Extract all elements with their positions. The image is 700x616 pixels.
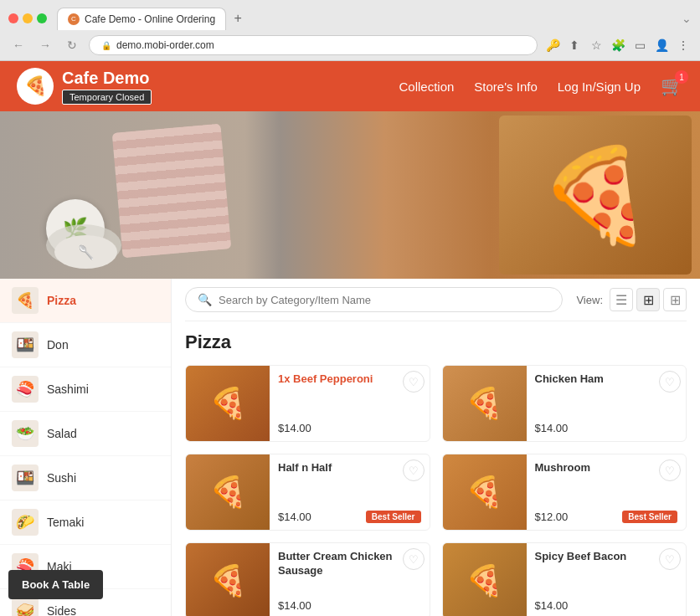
category-title: Pizza <box>185 331 687 353</box>
product-bottom-half-n-half: $14.00 Best Seller <box>278 511 421 523</box>
search-icon: 🔍 <box>198 293 212 306</box>
don-icon: 🍱 <box>12 331 39 358</box>
back-button[interactable]: ← <box>8 35 28 55</box>
product-card-half-n-half[interactable]: 🍕 Half n Half $14.00 Best Seller ♡ <box>185 454 430 531</box>
product-image-spicy-beef: 🍕 <box>443 543 527 616</box>
collection-nav-link[interactable]: Collection <box>399 80 454 94</box>
favorite-button-half-n-half[interactable]: ♡ <box>403 459 425 481</box>
close-window-button[interactable] <box>8 13 18 23</box>
product-name-spicy-beef: Spicy Beef Bacon <box>535 550 678 564</box>
product-bottom-chicken-ham: $14.00 <box>535 422 678 434</box>
sidebar-item-salad[interactable]: 🥗 Salad <box>0 412 171 456</box>
ssl-lock-icon: 🔒 <box>101 41 111 50</box>
list-view-button[interactable]: ☰ <box>610 288 633 311</box>
favorite-button-butter-cream[interactable]: ♡ <box>403 548 425 570</box>
product-name-chicken-ham: Chicken Ham <box>535 372 678 387</box>
cart-button[interactable]: 🛒 1 <box>661 75 683 97</box>
sidebar-label-temaki: Temaki <box>47 516 84 529</box>
product-grid: 🍕 1x Beef Pepperoni $14.00 ♡ 🍕 Chicken H… <box>185 365 687 616</box>
refresh-button[interactable]: ↻ <box>62 35 82 55</box>
hero-pizza-box: 🍕 <box>499 116 692 275</box>
favorite-button-spicy-beef[interactable]: ♡ <box>659 548 681 570</box>
menu-icon[interactable]: ⋮ <box>675 37 692 54</box>
product-name-mushroom: Mushroom <box>535 461 678 475</box>
new-tab-button[interactable]: + <box>226 7 250 30</box>
product-card-butter-cream[interactable]: 🍕 Butter Cream Chicken Sausage $14.00 ♡ <box>185 542 430 616</box>
sidebar-item-pizza[interactable]: 🍕 Pizza <box>0 279 171 323</box>
store-name: Cafe Demo <box>62 69 152 88</box>
product-card-mushroom[interactable]: 🍕 Mushroom $12.00 Best Seller ♡ <box>442 454 687 531</box>
active-tab[interactable]: C Cafe Demo - Online Ordering <box>57 8 226 30</box>
sashimi-icon: 🍣 <box>12 376 39 403</box>
hero-cloth <box>112 124 232 259</box>
sidebar-item-temaki[interactable]: 🌮 Temaki <box>0 501 171 545</box>
favorite-button-mushroom[interactable]: ♡ <box>659 459 681 481</box>
share-icon[interactable]: ⬆ <box>566 37 583 54</box>
key-icon: 🔑 <box>544 37 561 54</box>
search-bar-row: 🔍 View: ☰ ⊞ ⊞ <box>185 279 687 321</box>
product-price-beef-pepperoni: $14.00 <box>278 422 311 434</box>
logo-area: 🍕 Cafe Demo Temporary Closed <box>17 68 152 105</box>
product-bottom-spicy-beef: $14.00 <box>535 599 678 612</box>
tab-title: Cafe Demo - Online Ordering <box>85 13 215 25</box>
url-text: demo.mobi-order.com <box>116 39 214 51</box>
hero-banner: 🌿 🥄 🍕 <box>0 111 700 279</box>
grid-view-button[interactable]: ⊞ <box>636 288 660 311</box>
large-grid-view-button[interactable]: ⊞ <box>663 288 687 311</box>
favorite-button-beef-pepperoni[interactable]: ♡ <box>403 371 425 393</box>
sushi-icon: 🍱 <box>12 465 39 491</box>
product-price-half-n-half: $14.00 <box>278 511 311 523</box>
product-image-butter-cream: 🍕 <box>186 543 270 616</box>
stores-info-nav-link[interactable]: Store's Info <box>474 80 537 94</box>
browser-actions: 🔑 ⬆ ☆ 🧩 ▭ 👤 ⋮ <box>544 37 692 54</box>
product-card-spicy-beef[interactable]: 🍕 Spicy Beef Bacon $14.00 ♡ <box>442 542 687 616</box>
minimize-window-button[interactable] <box>23 13 33 23</box>
sidebar-label-don: Don <box>47 338 69 352</box>
product-name-butter-cream: Butter Cream Chicken Sausage <box>278 550 421 578</box>
sidebar-label-salad: Salad <box>47 427 77 440</box>
sidebar-label-sushi: Sushi <box>47 471 76 485</box>
profile-icon[interactable]: 👤 <box>653 37 670 54</box>
traffic-lights <box>8 13 47 23</box>
product-image-mushroom: 🍕 <box>443 454 527 530</box>
product-price-chicken-ham: $14.00 <box>535 422 569 434</box>
sides-icon: 🥪 <box>12 598 39 616</box>
sidebar-item-sushi[interactable]: 🍱 Sushi <box>0 456 171 501</box>
store-status-badge: Temporary Closed <box>62 90 152 105</box>
product-price-spicy-beef: $14.00 <box>535 599 569 612</box>
tab-bar: C Cafe Demo - Online Ordering + <box>57 7 250 30</box>
product-name-beef-pepperoni: 1x Beef Pepperoni <box>278 372 421 387</box>
window-control-chevron: ⌄ <box>682 12 692 25</box>
salad-icon: 🥗 <box>12 420 39 447</box>
fullscreen-window-button[interactable] <box>37 13 47 23</box>
product-card-beef-pepperoni[interactable]: 🍕 1x Beef Pepperoni $14.00 ♡ <box>185 365 430 442</box>
product-bottom-mushroom: $12.00 Best Seller <box>535 511 678 523</box>
search-input-wrap[interactable]: 🔍 <box>185 287 563 312</box>
sidebar-item-don[interactable]: 🍱 Don <box>0 323 171 367</box>
forward-button[interactable]: → <box>35 35 55 55</box>
bookmark-icon[interactable]: ☆ <box>588 37 605 54</box>
address-bar[interactable]: 🔒 demo.mobi-order.com <box>89 35 538 55</box>
product-image-half-n-half: 🍕 <box>186 454 270 530</box>
sidebar-label-sides: Sides <box>47 604 76 616</box>
best-seller-badge-half-n-half: Best Seller <box>366 511 421 523</box>
product-price-butter-cream: $14.00 <box>278 599 311 612</box>
browser-chrome: C Cafe Demo - Online Ordering + ⌄ ← → ↻ … <box>0 0 700 61</box>
app-header: 🍕 Cafe Demo Temporary Closed Collection … <box>0 61 700 111</box>
sidebar-item-sashimi[interactable]: 🍣 Sashimi <box>0 367 171 412</box>
pizza-icon: 🍕 <box>12 287 39 314</box>
store-name-area: Cafe Demo Temporary Closed <box>62 69 152 105</box>
search-input[interactable] <box>219 294 550 306</box>
product-card-chicken-ham[interactable]: 🍕 Chicken Ham $14.00 ♡ <box>442 365 687 442</box>
login-nav-link[interactable]: Log In/Sign Up <box>558 80 641 94</box>
book-table-button[interactable]: Book A Table <box>8 570 103 599</box>
sidebar-icon[interactable]: ▭ <box>631 37 648 54</box>
temaki-icon: 🌮 <box>12 509 39 536</box>
favorite-button-chicken-ham[interactable]: ♡ <box>659 371 681 393</box>
best-seller-badge-mushroom: Best Seller <box>622 511 677 523</box>
browser-title-bar: C Cafe Demo - Online Ordering + ⌄ <box>0 0 700 30</box>
view-buttons: ☰ ⊞ ⊞ <box>610 288 687 311</box>
product-bottom-beef-pepperoni: $14.00 <box>278 422 421 434</box>
content-area: 🔍 View: ☰ ⊞ ⊞ Pizza 🍕 1x Beef Pepperoni … <box>172 279 700 616</box>
extension-icon[interactable]: 🧩 <box>610 37 626 54</box>
